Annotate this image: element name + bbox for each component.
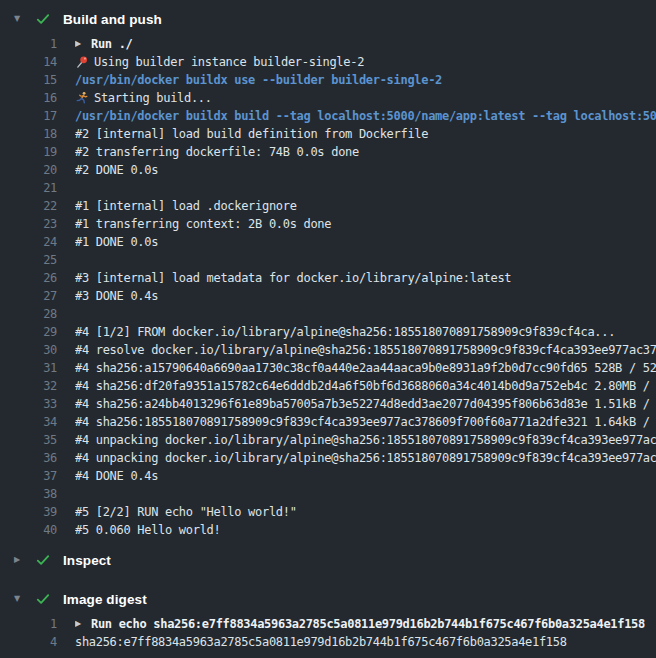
line-number[interactable]: 21 [0, 179, 57, 197]
line-content: #4 sha256:df20fa9351a15782c64e6dddb2d4a6… [75, 377, 656, 395]
chevron-icon[interactable]: ▼ [14, 15, 26, 23]
line-content: ▶Run ./ [75, 35, 656, 53]
line-content: /usr/bin/docker buildx use --builder bui… [75, 71, 656, 89]
log-line: 1 ▶Run echo sha256:e7ff8834a5963a2785c5a… [0, 615, 656, 633]
step-title: Image digest [63, 592, 147, 607]
line-text: Run echo sha256:e7ff8834a5963a2785c5a081… [91, 615, 645, 633]
step-header-image-digest[interactable]: ▼ Image digest [0, 588, 656, 610]
log-line: 34 #4 sha256:185518070891758909c9f839cf4… [0, 413, 656, 431]
line-text: #4 [1/2] FROM docker.io/library/alpine@s… [75, 323, 615, 341]
log-line: 18 #2 [internal] load build definition f… [0, 125, 656, 143]
line-number[interactable]: 23 [0, 215, 57, 233]
log-line: 23 #1 transferring context: 2B 0.0s done [0, 215, 656, 233]
log-line: 1 ▶Run ./ [0, 35, 656, 53]
run-toggle-icon[interactable]: ▶ [75, 620, 84, 628]
step-header-inspect[interactable]: ▶ Inspect [0, 549, 656, 571]
line-number[interactable]: 38 [0, 485, 57, 503]
line-number[interactable]: 34 [0, 413, 57, 431]
step-log-lines: 1 ▶Run echo sha256:e7ff8834a5963a2785c5a… [0, 615, 656, 651]
line-text: #2 transferring dockerfile: 74B 0.0s don… [75, 143, 359, 161]
line-number[interactable]: 1 [0, 35, 57, 53]
run-toggle-icon[interactable]: ▶ [75, 40, 84, 48]
line-number[interactable]: 4 [0, 633, 57, 651]
line-number[interactable]: 20 [0, 161, 57, 179]
log-line: 33 #4 sha256:a24bb4013296f61e89ba57005a7… [0, 395, 656, 413]
line-number[interactable]: 30 [0, 341, 57, 359]
line-number[interactable]: 22 [0, 197, 57, 215]
line-number[interactable]: 31 [0, 359, 57, 377]
line-content: #5 0.060 Hello world! [75, 521, 656, 539]
check-icon [35, 11, 51, 27]
line-content: #4 sha256:185518070891758909c9f839cf4ca3… [75, 413, 656, 431]
chevron-icon[interactable]: ▼ [14, 595, 26, 603]
line-number[interactable]: 1 [0, 615, 57, 633]
line-number[interactable]: 26 [0, 269, 57, 287]
line-content: #2 DONE 0.0s [75, 161, 656, 179]
log-line: 36 #4 unpacking docker.io/library/alpine… [0, 449, 656, 467]
line-number[interactable]: 16 [0, 89, 57, 107]
log-line: 28 [0, 305, 656, 323]
line-number[interactable]: 19 [0, 143, 57, 161]
line-number[interactable]: 29 [0, 323, 57, 341]
line-number[interactable]: 24 [0, 233, 57, 251]
line-content: #1 transferring context: 2B 0.0s done [75, 215, 656, 233]
line-content: Using builder instance builder-single-2 [75, 53, 656, 71]
log-line: 4 sha256:e7ff8834a5963a2785c5a0811e979d1… [0, 633, 656, 651]
line-content: #4 unpacking docker.io/library/alpine@sh… [75, 431, 656, 449]
log-line: 37 #4 DONE 0.4s [0, 467, 656, 485]
line-text: sha256:e7ff8834a5963a2785c5a0811e979d16b… [75, 633, 567, 651]
line-number[interactable]: 39 [0, 503, 57, 521]
line-text: #4 unpacking docker.io/library/alpine@sh… [75, 431, 656, 449]
line-number[interactable]: 37 [0, 467, 57, 485]
line-number[interactable]: 14 [0, 53, 57, 71]
step-inspect: ▶ Inspect [0, 549, 656, 571]
log-line: 38 [0, 485, 656, 503]
line-content: #3 DONE 0.4s [75, 287, 656, 305]
log-line: 21 [0, 179, 656, 197]
line-number[interactable]: 40 [0, 521, 57, 539]
log-line: 22 #1 [internal] load .dockerignore [0, 197, 656, 215]
log-line: 27 #3 DONE 0.4s [0, 287, 656, 305]
line-number[interactable]: 33 [0, 395, 57, 413]
step-title: Build and push [63, 12, 162, 27]
line-text: #5 [2/2] RUN echo "Hello world!" [75, 503, 297, 521]
log-line: 35 #4 unpacking docker.io/library/alpine… [0, 431, 656, 449]
line-text: #4 sha256:df20fa9351a15782c64e6dddb2d4a6… [75, 377, 656, 395]
line-number[interactable]: 32 [0, 377, 57, 395]
line-content: Starting build... [75, 89, 656, 107]
log-line: 32 #4 sha256:df20fa9351a15782c64e6dddb2d… [0, 377, 656, 395]
line-content: /usr/bin/docker buildx build --tag local… [75, 107, 656, 125]
line-number[interactable]: 15 [0, 71, 57, 89]
line-number[interactable]: 18 [0, 125, 57, 143]
log-line: 19 #2 transferring dockerfile: 74B 0.0s … [0, 143, 656, 161]
log-line: 17 /usr/bin/docker buildx build --tag lo… [0, 107, 656, 125]
line-text: Using builder instance builder-single-2 [94, 53, 364, 71]
pushpin-icon [75, 55, 89, 69]
line-number[interactable]: 17 [0, 107, 57, 125]
step-header-build-and-push[interactable]: ▼ Build and push [0, 8, 656, 30]
line-number[interactable]: 27 [0, 287, 57, 305]
chevron-icon[interactable]: ▶ [14, 556, 26, 564]
line-number[interactable]: 28 [0, 305, 57, 323]
line-content: #2 [internal] load build definition from… [75, 125, 656, 143]
step-image-digest: ▼ Image digest 1 ▶Run echo sha256:e7ff88… [0, 588, 656, 651]
line-content: #1 DONE 0.0s [75, 233, 656, 251]
line-content: #4 [1/2] FROM docker.io/library/alpine@s… [75, 323, 656, 341]
step-log-lines: 1 ▶Run ./ 14 Using builder instance buil… [0, 35, 656, 539]
log-line: 16 Starting build... [0, 89, 656, 107]
line-text: /usr/bin/docker buildx build --tag local… [75, 107, 656, 125]
line-content: #2 transferring dockerfile: 74B 0.0s don… [75, 143, 656, 161]
line-text: #4 unpacking docker.io/library/alpine@sh… [75, 449, 656, 467]
line-number[interactable]: 36 [0, 449, 57, 467]
line-text: #1 transferring context: 2B 0.0s done [75, 215, 331, 233]
line-content: #3 [internal] load metadata for docker.i… [75, 269, 656, 287]
line-content: #4 DONE 0.4s [75, 467, 656, 485]
line-content: #4 sha256:a15790640a6690aa1730c38cf0a440… [75, 359, 656, 377]
line-number[interactable]: 35 [0, 431, 57, 449]
line-content: #4 unpacking docker.io/library/alpine@sh… [75, 449, 656, 467]
check-icon [35, 552, 51, 568]
line-number[interactable]: 25 [0, 251, 57, 269]
line-text: #1 DONE 0.0s [75, 233, 158, 251]
log-line: 26 #3 [internal] load metadata for docke… [0, 269, 656, 287]
runner-icon [75, 91, 89, 105]
